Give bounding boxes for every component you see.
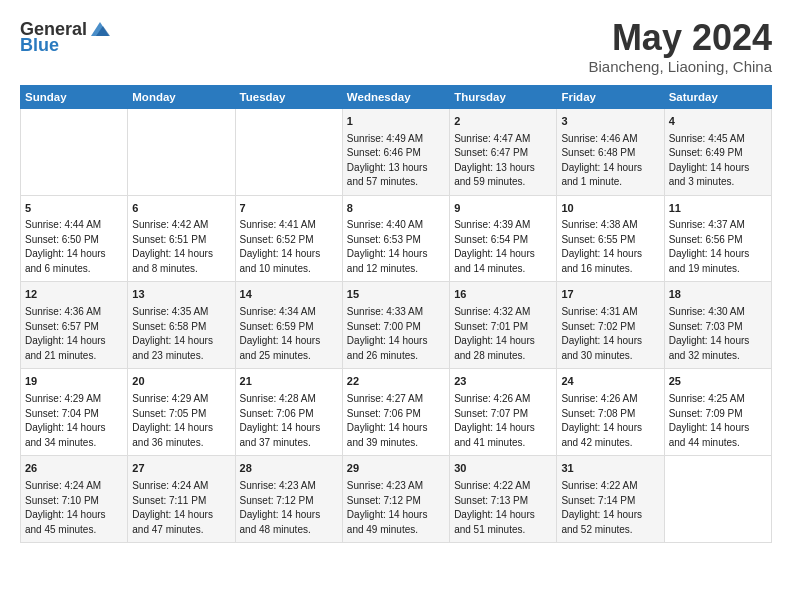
calendar: SundayMondayTuesdayWednesdayThursdayFrid… bbox=[20, 85, 772, 544]
day-cell: 26Sunrise: 4:24 AMSunset: 7:10 PMDayligh… bbox=[21, 456, 128, 543]
day-info: Daylight: 14 hours and 42 minutes. bbox=[561, 421, 659, 450]
day-info: Daylight: 14 hours and 8 minutes. bbox=[132, 247, 230, 276]
day-info: Sunset: 6:55 PM bbox=[561, 233, 659, 248]
day-info: Sunset: 7:01 PM bbox=[454, 320, 552, 335]
day-info: Sunrise: 4:46 AM bbox=[561, 132, 659, 147]
day-number: 30 bbox=[454, 461, 552, 477]
day-info: Sunset: 6:53 PM bbox=[347, 233, 445, 248]
day-info: Daylight: 14 hours and 10 minutes. bbox=[240, 247, 338, 276]
title-block: May 2024 Biancheng, Liaoning, China bbox=[589, 18, 772, 75]
day-number: 8 bbox=[347, 201, 445, 217]
day-number: 12 bbox=[25, 287, 123, 303]
day-info: Sunrise: 4:35 AM bbox=[132, 305, 230, 320]
day-cell bbox=[235, 108, 342, 195]
day-number: 28 bbox=[240, 461, 338, 477]
day-info: Daylight: 14 hours and 44 minutes. bbox=[669, 421, 767, 450]
day-info: Sunrise: 4:29 AM bbox=[25, 392, 123, 407]
week-row-1: 5Sunrise: 4:44 AMSunset: 6:50 PMDaylight… bbox=[21, 195, 772, 282]
header-tuesday: Tuesday bbox=[235, 85, 342, 108]
day-info: Daylight: 13 hours and 59 minutes. bbox=[454, 161, 552, 190]
day-info: Daylight: 14 hours and 52 minutes. bbox=[561, 508, 659, 537]
day-info: Daylight: 14 hours and 30 minutes. bbox=[561, 334, 659, 363]
day-number: 29 bbox=[347, 461, 445, 477]
day-info: Sunrise: 4:24 AM bbox=[25, 479, 123, 494]
day-number: 4 bbox=[669, 114, 767, 130]
header-thursday: Thursday bbox=[450, 85, 557, 108]
day-number: 13 bbox=[132, 287, 230, 303]
day-info: Daylight: 14 hours and 25 minutes. bbox=[240, 334, 338, 363]
day-info: Daylight: 14 hours and 45 minutes. bbox=[25, 508, 123, 537]
day-info: Daylight: 14 hours and 1 minute. bbox=[561, 161, 659, 190]
day-number: 24 bbox=[561, 374, 659, 390]
header: General Blue May 2024 Biancheng, Liaonin… bbox=[20, 18, 772, 75]
day-info: Sunrise: 4:23 AM bbox=[347, 479, 445, 494]
day-number: 25 bbox=[669, 374, 767, 390]
day-info: Daylight: 14 hours and 39 minutes. bbox=[347, 421, 445, 450]
day-cell: 25Sunrise: 4:25 AMSunset: 7:09 PMDayligh… bbox=[664, 369, 771, 456]
day-info: Daylight: 14 hours and 49 minutes. bbox=[347, 508, 445, 537]
day-info: Sunset: 6:51 PM bbox=[132, 233, 230, 248]
calendar-header-row: SundayMondayTuesdayWednesdayThursdayFrid… bbox=[21, 85, 772, 108]
week-row-4: 26Sunrise: 4:24 AMSunset: 7:10 PMDayligh… bbox=[21, 456, 772, 543]
day-cell: 18Sunrise: 4:30 AMSunset: 7:03 PMDayligh… bbox=[664, 282, 771, 369]
day-info: Sunrise: 4:26 AM bbox=[454, 392, 552, 407]
day-cell: 29Sunrise: 4:23 AMSunset: 7:12 PMDayligh… bbox=[342, 456, 449, 543]
day-cell: 21Sunrise: 4:28 AMSunset: 7:06 PMDayligh… bbox=[235, 369, 342, 456]
day-cell: 10Sunrise: 4:38 AMSunset: 6:55 PMDayligh… bbox=[557, 195, 664, 282]
day-info: Sunset: 6:57 PM bbox=[25, 320, 123, 335]
day-cell: 24Sunrise: 4:26 AMSunset: 7:08 PMDayligh… bbox=[557, 369, 664, 456]
day-info: Sunrise: 4:42 AM bbox=[132, 218, 230, 233]
day-info: Sunrise: 4:22 AM bbox=[561, 479, 659, 494]
day-info: Sunset: 7:04 PM bbox=[25, 407, 123, 422]
day-info: Daylight: 14 hours and 48 minutes. bbox=[240, 508, 338, 537]
day-info: Sunset: 6:46 PM bbox=[347, 146, 445, 161]
day-number: 1 bbox=[347, 114, 445, 130]
day-info: Sunrise: 4:31 AM bbox=[561, 305, 659, 320]
day-cell: 30Sunrise: 4:22 AMSunset: 7:13 PMDayligh… bbox=[450, 456, 557, 543]
day-cell: 23Sunrise: 4:26 AMSunset: 7:07 PMDayligh… bbox=[450, 369, 557, 456]
day-number: 17 bbox=[561, 287, 659, 303]
day-cell: 22Sunrise: 4:27 AMSunset: 7:06 PMDayligh… bbox=[342, 369, 449, 456]
day-number: 10 bbox=[561, 201, 659, 217]
day-info: Daylight: 14 hours and 16 minutes. bbox=[561, 247, 659, 276]
day-info: Sunset: 7:14 PM bbox=[561, 494, 659, 509]
day-info: Sunrise: 4:38 AM bbox=[561, 218, 659, 233]
day-info: Sunset: 7:12 PM bbox=[347, 494, 445, 509]
day-info: Sunrise: 4:28 AM bbox=[240, 392, 338, 407]
day-number: 19 bbox=[25, 374, 123, 390]
day-info: Sunrise: 4:24 AM bbox=[132, 479, 230, 494]
day-cell: 20Sunrise: 4:29 AMSunset: 7:05 PMDayligh… bbox=[128, 369, 235, 456]
day-info: Sunrise: 4:25 AM bbox=[669, 392, 767, 407]
day-info: Daylight: 14 hours and 23 minutes. bbox=[132, 334, 230, 363]
day-number: 27 bbox=[132, 461, 230, 477]
day-info: Sunrise: 4:39 AM bbox=[454, 218, 552, 233]
day-info: Sunrise: 4:41 AM bbox=[240, 218, 338, 233]
header-friday: Friday bbox=[557, 85, 664, 108]
day-info: Daylight: 14 hours and 47 minutes. bbox=[132, 508, 230, 537]
day-number: 2 bbox=[454, 114, 552, 130]
day-info: Daylight: 14 hours and 12 minutes. bbox=[347, 247, 445, 276]
day-info: Daylight: 14 hours and 41 minutes. bbox=[454, 421, 552, 450]
day-number: 20 bbox=[132, 374, 230, 390]
day-info: Daylight: 14 hours and 51 minutes. bbox=[454, 508, 552, 537]
day-info: Sunset: 7:06 PM bbox=[240, 407, 338, 422]
day-cell: 3Sunrise: 4:46 AMSunset: 6:48 PMDaylight… bbox=[557, 108, 664, 195]
logo-icon bbox=[89, 18, 111, 40]
day-info: Sunset: 6:48 PM bbox=[561, 146, 659, 161]
title-location: Biancheng, Liaoning, China bbox=[589, 58, 772, 75]
day-number: 31 bbox=[561, 461, 659, 477]
logo: General Blue bbox=[20, 18, 111, 54]
day-info: Sunrise: 4:26 AM bbox=[561, 392, 659, 407]
day-info: Sunset: 7:05 PM bbox=[132, 407, 230, 422]
day-cell: 15Sunrise: 4:33 AMSunset: 7:00 PMDayligh… bbox=[342, 282, 449, 369]
day-info: Sunset: 7:08 PM bbox=[561, 407, 659, 422]
day-cell: 31Sunrise: 4:22 AMSunset: 7:14 PMDayligh… bbox=[557, 456, 664, 543]
week-row-2: 12Sunrise: 4:36 AMSunset: 6:57 PMDayligh… bbox=[21, 282, 772, 369]
day-info: Daylight: 14 hours and 32 minutes. bbox=[669, 334, 767, 363]
day-info: Daylight: 14 hours and 3 minutes. bbox=[669, 161, 767, 190]
day-info: Sunrise: 4:30 AM bbox=[669, 305, 767, 320]
day-cell: 8Sunrise: 4:40 AMSunset: 6:53 PMDaylight… bbox=[342, 195, 449, 282]
day-number: 18 bbox=[669, 287, 767, 303]
day-number: 23 bbox=[454, 374, 552, 390]
day-info: Sunrise: 4:34 AM bbox=[240, 305, 338, 320]
